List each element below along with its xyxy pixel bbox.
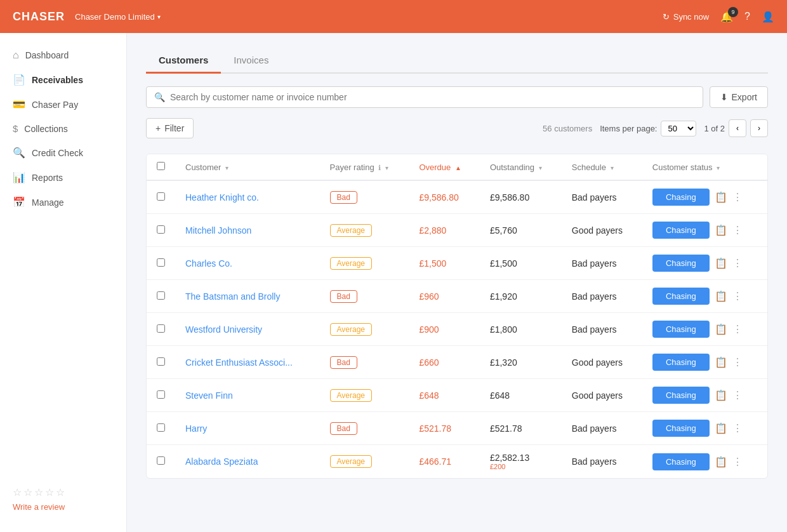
next-page-button[interactable]: › xyxy=(750,119,768,137)
star-2[interactable]: ☆ xyxy=(23,486,32,498)
sidebar-label-receivables: Receivables xyxy=(32,75,83,85)
help-icon[interactable]: ? xyxy=(744,11,750,22)
sidebar-item-dashboard[interactable]: ⌂ Dashboard xyxy=(0,43,126,67)
customer-link[interactable]: Alabarda Speziata xyxy=(185,456,258,467)
overdue-amount: £2,880 xyxy=(419,225,446,236)
outstanding-amount: £648 xyxy=(490,390,510,401)
payer-rating-info-icon[interactable]: ℹ xyxy=(378,164,381,171)
document-action-icon[interactable]: 📋 xyxy=(715,422,727,434)
document-action-icon[interactable]: 📋 xyxy=(715,257,727,269)
schedule-cell: Good payers xyxy=(562,214,642,247)
overdue-cell: £960 xyxy=(409,280,479,313)
status-sort-icon[interactable]: ▾ xyxy=(717,164,720,171)
customer-link[interactable]: Charles Co. xyxy=(185,258,232,269)
overdue-amount: £9,586.80 xyxy=(419,192,458,203)
customer-link[interactable]: Steven Finn xyxy=(185,390,233,401)
document-action-icon[interactable]: 📋 xyxy=(715,456,727,468)
row-checkbox[interactable] xyxy=(157,192,165,201)
chasing-button[interactable]: Chasing xyxy=(652,387,710,404)
row-checkbox[interactable] xyxy=(157,456,165,465)
prev-page-button[interactable]: ‹ xyxy=(729,119,746,137)
sync-button[interactable]: ↻ Sync now xyxy=(663,12,709,22)
sidebar-item-credit-check[interactable]: 🔍 Credit Check xyxy=(0,140,126,165)
row-actions: Chasing 📋 ⋮ xyxy=(652,321,757,338)
document-action-icon[interactable]: 📋 xyxy=(715,389,727,401)
chasing-button[interactable]: Chasing xyxy=(652,288,710,305)
tab-invoices[interactable]: Invoices xyxy=(221,48,281,74)
schedule-sort-icon[interactable]: ▾ xyxy=(611,164,614,171)
more-actions-icon[interactable]: ⋮ xyxy=(732,422,743,434)
more-actions-icon[interactable]: ⋮ xyxy=(732,389,743,401)
customer-link[interactable]: Westford University xyxy=(185,324,262,335)
customer-sort-icon[interactable]: ▾ xyxy=(225,164,228,171)
customer-link[interactable]: Mitchell Johnson xyxy=(185,225,251,236)
logo: CHASER xyxy=(13,10,65,23)
row-checkbox[interactable] xyxy=(157,225,165,234)
star-3[interactable]: ☆ xyxy=(34,486,43,498)
chasing-button[interactable]: Chasing xyxy=(652,321,710,338)
select-all-checkbox[interactable] xyxy=(157,162,165,170)
document-action-icon[interactable]: 📋 xyxy=(715,290,727,302)
more-actions-icon[interactable]: ⋮ xyxy=(732,224,743,236)
items-per-page-select[interactable]: 50 25 100 xyxy=(661,121,696,136)
profile-icon[interactable]: 👤 xyxy=(762,11,774,23)
more-actions-icon[interactable]: ⋮ xyxy=(732,323,743,335)
customer-cell: Heather Knight co. xyxy=(175,180,320,214)
table-row: Mitchell Johnson Average £2,880 £5,760 G… xyxy=(147,214,767,247)
payer-rating-sort-icon[interactable]: ▾ xyxy=(385,164,388,171)
document-action-icon[interactable]: 📋 xyxy=(715,224,727,236)
more-actions-icon[interactable]: ⋮ xyxy=(732,456,743,468)
sidebar-item-manage[interactable]: 📅 Manage xyxy=(0,190,126,215)
row-checkbox[interactable] xyxy=(157,291,165,300)
star-5[interactable]: ☆ xyxy=(56,486,65,498)
customer-link[interactable]: The Batsman and Brolly xyxy=(185,291,280,302)
col-payer-rating-label: Payer rating xyxy=(330,163,374,172)
write-review-link[interactable]: Write a review xyxy=(13,502,114,512)
filter-button[interactable]: + Filter xyxy=(146,118,194,138)
outstanding-sort-icon[interactable]: ▾ xyxy=(539,164,542,171)
customer-link[interactable]: Heather Knight co. xyxy=(185,192,259,203)
star-1[interactable]: ☆ xyxy=(13,486,22,498)
more-actions-icon[interactable]: ⋮ xyxy=(732,290,743,302)
chasing-button[interactable]: Chasing xyxy=(652,453,710,470)
customer-link[interactable]: Cricket Enthusiast Associ... xyxy=(185,357,293,368)
overdue-sort-icon[interactable]: ▲ xyxy=(455,164,461,171)
document-action-icon[interactable]: 📋 xyxy=(715,191,727,203)
tab-customers[interactable]: Customers xyxy=(146,48,221,74)
row-checkbox[interactable] xyxy=(157,390,165,399)
more-actions-icon[interactable]: ⋮ xyxy=(732,191,743,203)
payer-rating-cell: Average xyxy=(320,379,409,412)
document-action-icon[interactable]: 📋 xyxy=(715,356,727,368)
customer-link[interactable]: Harry xyxy=(185,423,207,434)
star-4[interactable]: ☆ xyxy=(45,486,54,498)
row-checkbox[interactable] xyxy=(157,357,165,366)
chasing-button[interactable]: Chasing xyxy=(652,189,710,206)
items-per-page-label: Items per page: xyxy=(600,124,657,133)
table-row: Steven Finn Average £648 £648 Good payer… xyxy=(147,379,767,412)
chart-icon: 📊 xyxy=(13,171,25,183)
schedule-value: Bad payers xyxy=(572,423,617,434)
status-cell: Chasing 📋 ⋮ xyxy=(642,313,767,346)
search-input[interactable] xyxy=(170,92,695,102)
notification-button[interactable]: 🔔 9 xyxy=(720,11,733,23)
row-checkbox[interactable] xyxy=(157,423,165,432)
more-actions-icon[interactable]: ⋮ xyxy=(732,257,743,269)
chasing-button[interactable]: Chasing xyxy=(652,255,710,272)
customer-cell: Charles Co. xyxy=(175,247,320,280)
sidebar-item-receivables[interactable]: 📄 Receivables xyxy=(0,67,126,92)
sidebar-item-reports[interactable]: 📊 Reports xyxy=(0,165,126,190)
row-checkbox[interactable] xyxy=(157,324,165,333)
schedule-value: Bad payers xyxy=(572,456,617,467)
chasing-button[interactable]: Chasing xyxy=(652,222,710,239)
sidebar-item-chaser-pay[interactable]: 💳 Chaser Pay xyxy=(0,92,126,117)
chasing-button[interactable]: Chasing xyxy=(652,420,710,437)
row-checkbox[interactable] xyxy=(157,258,165,267)
chasing-button[interactable]: Chasing xyxy=(652,354,710,371)
export-button[interactable]: ⬇ Export xyxy=(710,86,768,108)
document-action-icon[interactable]: 📋 xyxy=(715,323,727,335)
more-actions-icon[interactable]: ⋮ xyxy=(732,356,743,368)
search-box: 🔍 xyxy=(146,86,703,108)
sidebar-item-collections[interactable]: $ Collections xyxy=(0,117,126,140)
company-selector[interactable]: Chaser Demo Limited ▾ xyxy=(75,12,161,22)
row-checkbox-cell xyxy=(147,346,175,379)
